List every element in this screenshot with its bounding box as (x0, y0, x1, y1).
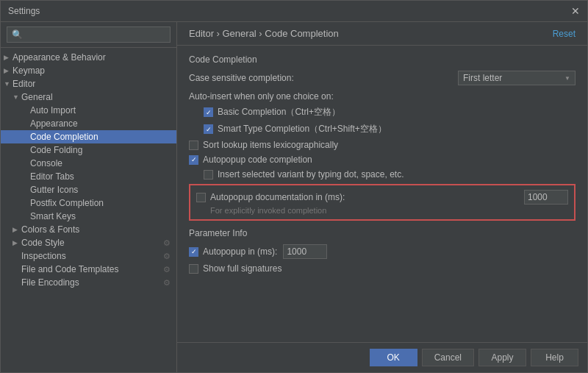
sidebar-item-label: File and Code Templates (21, 264, 163, 274)
sidebar-item-editor[interactable]: ▼Editor (1, 77, 176, 90)
sidebar-item-label: Code Style (21, 238, 163, 248)
sidebar-item-label: Smart Keys (30, 211, 173, 221)
case-sensitive-label: Case sensitive completion: (189, 73, 294, 83)
smart-type-label: Smart Type Completion（Ctrl+Shift+空格） (218, 123, 387, 135)
autopopup-doc-sublabel: For explicitly invoked completion (196, 206, 568, 215)
auto-insert-row: Auto-insert when only one choice on: (189, 91, 576, 102)
gear-icon (163, 265, 173, 274)
sort-lookup-label: Sort lookup items lexicographically (203, 140, 338, 150)
sidebar-item-code-folding[interactable]: Code Folding (1, 143, 176, 157)
autopopup-checkbox[interactable] (189, 155, 198, 165)
apply-button[interactable]: Apply (478, 349, 526, 366)
content-body: Code Completion Case sensitive completio… (177, 46, 587, 342)
close-button[interactable]: ✕ (571, 5, 580, 17)
sidebar-item-label: Code Folding (30, 145, 173, 155)
basic-completion-row[interactable]: Basic Completion（Ctrl+空格） (189, 106, 576, 118)
ok-button[interactable]: OK (370, 349, 417, 366)
show-signatures-row[interactable]: Show full signatures (189, 263, 576, 274)
sidebar-item-label: Console (30, 158, 173, 168)
sidebar-item-label: Colors & Fonts (21, 224, 173, 235)
sort-lookup-row[interactable]: Sort lookup items lexicographically (189, 140, 576, 150)
case-sensitive-row: Case sensitive completion: First letter … (189, 71, 576, 85)
tree-arrow-icon: ▶ (12, 239, 21, 246)
sidebar-item-file-encodings[interactable]: File Encodings (1, 276, 176, 289)
content-area: Editor › General › Code Completion Reset… (177, 22, 587, 372)
main-area: ▶Appearance & Behavior▶Keymap▼Editor▼Gen… (1, 22, 587, 372)
reset-button[interactable]: Reset (553, 29, 576, 39)
cancel-button[interactable]: Cancel (422, 349, 474, 366)
sidebar-item-gutter-icons[interactable]: Gutter Icons (1, 183, 176, 196)
param-autopopup-label: Autopopup in (ms): (203, 246, 277, 257)
insert-variant-row[interactable]: Insert selected variant by typing dot, s… (189, 169, 576, 180)
bottom-bar: OK Cancel Apply Help (177, 342, 587, 372)
param-autopopup-row: Autopopup in (ms): (189, 244, 576, 259)
param-autopopup-input[interactable] (283, 244, 327, 259)
settings-dialog: Settings ✕ ▶Appearance & Behavior▶Keymap… (0, 0, 588, 373)
autopopup-doc-checkbox[interactable] (196, 193, 206, 202)
sidebar-item-label: Postfix Completion (30, 198, 173, 208)
insert-variant-checkbox[interactable] (204, 170, 213, 180)
insert-variant-label: Insert selected variant by typing dot, s… (218, 169, 404, 180)
sidebar-item-label: File Encodings (21, 277, 163, 288)
sidebar-item-auto-import[interactable]: Auto Import (1, 104, 176, 117)
sidebar-item-label: Editor (12, 79, 173, 89)
param-autopopup-checkbox[interactable] (189, 247, 198, 257)
sidebar-item-general[interactable]: ▼General (1, 90, 176, 104)
auto-insert-label: Auto-insert when only one choice on: (189, 91, 334, 102)
sidebar-item-smart-keys[interactable]: Smart Keys (1, 210, 176, 223)
sidebar-item-keymap[interactable]: ▶Keymap (1, 64, 176, 77)
sidebar-item-label: Keymap (12, 65, 173, 76)
sidebar-item-label: Editor Tabs (30, 171, 173, 182)
sidebar-item-inspections[interactable]: Inspections (1, 249, 176, 263)
sidebar-item-label: Code Completion (30, 132, 173, 142)
param-info-title: Parameter Info (189, 228, 576, 238)
basic-completion-label: Basic Completion（Ctrl+空格） (218, 106, 340, 118)
autopopup-doc-row: Autopopup documentation in (ms): (196, 190, 568, 205)
sidebar-item-editor-tabs[interactable]: Editor Tabs (1, 170, 176, 183)
sidebar-item-code-style[interactable]: ▶Code Style (1, 236, 176, 249)
tree-arrow-icon: ▶ (4, 67, 12, 74)
sidebar-item-console[interactable]: Console (1, 157, 176, 170)
sidebar-item-code-completion[interactable]: Code Completion (1, 130, 176, 143)
sidebar-item-appearance[interactable]: Appearance (1, 117, 176, 130)
sidebar-item-label: Inspections (21, 251, 163, 261)
tree-arrow-icon: ▼ (12, 93, 21, 101)
sidebar-item-label: Appearance (30, 118, 173, 129)
sidebar-item-label: General (21, 92, 173, 102)
show-signatures-label: Show full signatures (203, 263, 282, 274)
title-bar: Settings ✕ (1, 1, 587, 22)
show-signatures-checkbox[interactable] (189, 264, 198, 274)
sidebar-item-appearance-behavior[interactable]: ▶Appearance & Behavior (1, 51, 176, 64)
tree-area: ▶Appearance & Behavior▶Keymap▼Editor▼Gen… (1, 48, 176, 372)
autopopup-doc-input[interactable] (524, 190, 568, 205)
sidebar-item-postfix-completion[interactable]: Postfix Completion (1, 196, 176, 210)
case-sensitive-dropdown[interactable]: First letter ▼ (458, 71, 576, 85)
autopopup-doc-label: Autopopup documentation in (ms): (210, 192, 345, 202)
tree-arrow-icon: ▼ (4, 80, 12, 88)
sidebar-item-label: Gutter Icons (30, 185, 173, 195)
case-sensitive-value: First letter (463, 73, 502, 83)
basic-completion-checkbox[interactable] (204, 107, 213, 117)
sidebar-item-label: Auto Import (30, 105, 173, 116)
param-info-section: Parameter Info Autopopup in (ms): Show f… (189, 228, 576, 274)
help-button[interactable]: Help (531, 349, 578, 366)
dropdown-arrow-icon: ▼ (564, 75, 570, 82)
autopopup-label: Autopopup code completion (203, 154, 312, 165)
smart-type-row[interactable]: Smart Type Completion（Ctrl+Shift+空格） (189, 123, 576, 135)
tree-arrow-icon: ▶ (4, 54, 12, 61)
gear-icon (163, 252, 173, 261)
content-header: Editor › General › Code Completion Reset (177, 22, 587, 46)
sidebar-item-file-code-templates[interactable]: File and Code Templates (1, 263, 176, 276)
autopopup-row[interactable]: Autopopup code completion (189, 154, 576, 165)
autopopup-doc-box: Autopopup documentation in (ms): For exp… (189, 184, 576, 221)
sidebar-item-label: Appearance & Behavior (12, 52, 173, 63)
gear-icon (163, 278, 173, 288)
window-title: Settings (8, 6, 40, 16)
sidebar-item-colors-fonts[interactable]: ▶Colors & Fonts (1, 223, 176, 236)
search-input[interactable] (7, 26, 171, 43)
tree-arrow-icon: ▶ (12, 226, 21, 233)
smart-type-checkbox[interactable] (204, 124, 213, 134)
sort-lookup-checkbox[interactable] (189, 141, 198, 150)
search-box (1, 22, 176, 48)
title-bar-left: Settings (8, 6, 40, 16)
